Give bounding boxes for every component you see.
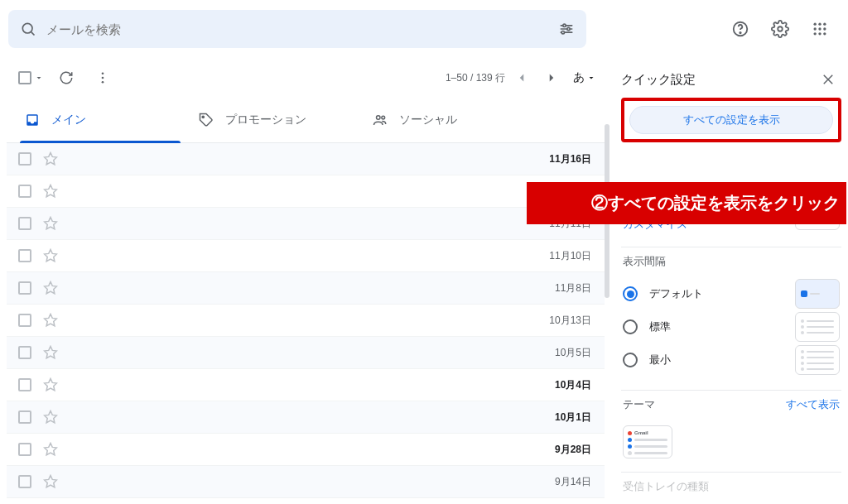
tab-inbox[interactable]: メイン xyxy=(13,98,187,142)
instruction-annotation: ②すべての設定を表示をクリック xyxy=(527,182,846,224)
mail-row[interactable]: 10月5日 xyxy=(7,337,605,369)
row-checkbox[interactable] xyxy=(18,217,31,230)
more-button[interactable] xyxy=(86,61,119,94)
star-icon[interactable] xyxy=(43,410,58,425)
density-thumb xyxy=(795,312,840,342)
mail-row[interactable]: 10月1日 xyxy=(7,401,605,434)
svg-point-26 xyxy=(382,116,385,119)
row-date: 10月13日 xyxy=(549,314,591,328)
all-settings-highlight: すべての設定を表示 xyxy=(621,98,841,142)
density-option[interactable]: 最小 xyxy=(623,343,840,377)
inbox-type-title: 受信トレイの種類 xyxy=(623,479,709,494)
theme-thumb-default[interactable]: Gmail xyxy=(623,425,672,458)
theme-all-link[interactable]: すべて表示 xyxy=(786,397,840,412)
row-checkbox[interactable] xyxy=(18,346,31,359)
star-icon[interactable] xyxy=(43,216,58,231)
star-icon[interactable] xyxy=(43,442,58,457)
svg-point-20 xyxy=(823,32,826,35)
help-icon[interactable] xyxy=(724,12,757,46)
chevron-down-icon[interactable] xyxy=(31,73,46,83)
svg-point-13 xyxy=(818,23,821,26)
row-date: 10月1日 xyxy=(555,410,591,425)
star-icon[interactable] xyxy=(43,345,58,360)
row-checkbox[interactable] xyxy=(18,249,31,262)
mail-rows: 11月16日11月16日11月11日11月10日11月8日10月13日10月5日… xyxy=(7,143,605,504)
row-checkbox[interactable] xyxy=(18,185,31,198)
density-thumb xyxy=(795,279,840,309)
pager-next[interactable] xyxy=(538,65,565,91)
theme-title: テーマ xyxy=(623,397,655,412)
density-label: デフォルト xyxy=(649,286,703,301)
star-icon[interactable] xyxy=(43,474,58,489)
all-settings-button[interactable]: すべての設定を表示 xyxy=(629,106,833,134)
star-icon[interactable] xyxy=(43,313,58,328)
svg-marker-34 xyxy=(45,379,57,391)
svg-point-0 xyxy=(22,23,32,33)
mail-row[interactable]: 10月13日 xyxy=(7,305,605,337)
svg-point-15 xyxy=(814,27,817,30)
svg-point-10 xyxy=(740,32,740,33)
density-option[interactable]: デフォルト xyxy=(623,277,840,310)
tune-icon[interactable] xyxy=(558,21,575,37)
star-icon[interactable] xyxy=(43,248,58,263)
star-icon[interactable] xyxy=(43,151,58,166)
row-checkbox[interactable] xyxy=(18,152,31,166)
svg-point-23 xyxy=(102,81,104,84)
mail-row[interactable]: 10月4日 xyxy=(7,369,605,401)
settings-icon[interactable] xyxy=(764,12,797,46)
svg-marker-31 xyxy=(45,282,57,294)
section-theme: テーマ すべて表示 Gmail xyxy=(621,391,841,473)
search-icon xyxy=(20,21,36,37)
input-method[interactable]: あ xyxy=(573,70,596,85)
row-date: 11月16日 xyxy=(549,152,591,166)
tag-icon xyxy=(199,113,214,127)
mail-row[interactable]: 9月14日 xyxy=(7,466,605,498)
pager-prev[interactable] xyxy=(508,65,535,91)
tab-label: メイン xyxy=(51,113,86,127)
row-checkbox[interactable] xyxy=(18,410,31,424)
inbox-icon xyxy=(25,113,40,127)
svg-point-21 xyxy=(102,72,104,74)
svg-marker-35 xyxy=(45,411,57,423)
svg-marker-32 xyxy=(45,314,57,326)
quick-settings-panel: クイック設定 すべての設定を表示 ②すべての設定を表示をクリック Chat と … xyxy=(610,58,848,504)
star-icon[interactable] xyxy=(43,184,58,199)
search-box[interactable] xyxy=(8,10,586,48)
mail-row[interactable]: 11月11日 xyxy=(7,208,605,240)
mail-row[interactable]: 11月10日 xyxy=(7,240,605,272)
mail-list-column: 1–50 / 139 行 あ メインプロモーションソーシャル 11月16日11月… xyxy=(0,58,605,504)
mail-row[interactable]: 11月16日 xyxy=(7,175,605,208)
row-checkbox[interactable] xyxy=(18,378,31,391)
select-all[interactable] xyxy=(18,71,46,84)
svg-point-22 xyxy=(102,77,104,79)
row-checkbox[interactable] xyxy=(18,314,31,327)
mail-row[interactable]: 9月28日 xyxy=(7,434,605,466)
density-label: 標準 xyxy=(649,319,671,334)
tab-label: プロモーション xyxy=(225,113,306,127)
refresh-button[interactable] xyxy=(50,61,83,94)
close-icon[interactable] xyxy=(815,66,841,93)
svg-point-18 xyxy=(814,32,817,35)
mail-row[interactable]: 11月8日 xyxy=(7,272,605,305)
list-toolbar: 1–50 / 139 行 あ xyxy=(7,58,605,98)
mail-row[interactable]: 11月16日 xyxy=(7,143,605,175)
density-option[interactable]: 標準 xyxy=(623,310,840,343)
apps-icon[interactable] xyxy=(803,12,836,46)
panel-title: クイック設定 xyxy=(621,72,696,88)
row-checkbox[interactable] xyxy=(18,281,31,295)
svg-marker-27 xyxy=(45,153,57,165)
star-icon[interactable] xyxy=(43,281,58,295)
row-checkbox[interactable] xyxy=(18,475,31,488)
row-checkbox[interactable] xyxy=(18,443,31,456)
tab-tag[interactable]: プロモーション xyxy=(187,98,361,142)
search-input[interactable] xyxy=(46,22,558,36)
svg-marker-37 xyxy=(45,476,57,487)
checkbox-icon xyxy=(18,71,31,84)
category-tabs: メインプロモーションソーシャル xyxy=(7,98,605,143)
svg-marker-28 xyxy=(45,185,57,197)
tab-people[interactable]: ソーシャル xyxy=(361,98,535,142)
svg-point-8 xyxy=(561,31,564,34)
star-icon[interactable] xyxy=(43,377,58,392)
radio-icon xyxy=(623,286,638,301)
svg-point-19 xyxy=(818,32,821,35)
